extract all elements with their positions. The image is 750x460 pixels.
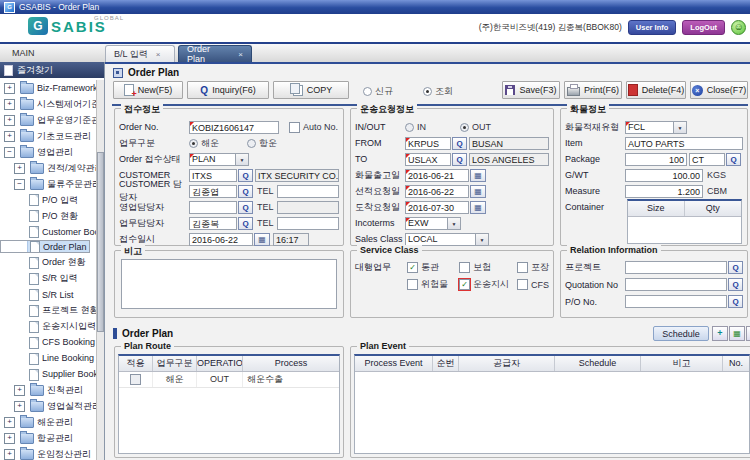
from-search-button[interactable]: Q bbox=[452, 137, 467, 150]
dropdown-icon[interactable]: ▼ bbox=[447, 218, 460, 229]
check-packing[interactable]: 포장 bbox=[517, 261, 549, 274]
sidebar-item-sea-mgmt[interactable]: +해운관리 bbox=[0, 415, 96, 431]
customer-manager-search-button[interactable]: Q bbox=[238, 185, 253, 198]
sidebar-item-biz-operation[interactable]: +업무운영기준관리 bbox=[0, 112, 96, 128]
auto-no-checkbox[interactable] bbox=[289, 122, 300, 133]
check-insurance[interactable]: 보험 bbox=[459, 261, 517, 274]
radio-view-mode[interactable]: 조회 bbox=[423, 85, 453, 98]
customer-search-button[interactable]: Q bbox=[238, 169, 253, 182]
sidebar-item-progress-mgmt[interactable]: +진척관리 bbox=[0, 383, 96, 399]
delete-row-button[interactable]: − bbox=[746, 326, 750, 341]
sidebar-item-line-booking[interactable]: Line Booking 입력 bbox=[0, 351, 96, 367]
sidebar-item-supplier-booking[interactable]: Supplier Booking 현황 bbox=[0, 367, 96, 383]
tab-bl-input[interactable]: B/L 입력 × bbox=[105, 45, 175, 62]
grid-edit-button[interactable]: ▦ bbox=[729, 326, 745, 341]
load-type-select[interactable]: FCL▼ bbox=[625, 121, 687, 134]
radio-icon[interactable] bbox=[423, 87, 432, 96]
cargo-out-date-input[interactable]: 2016-06-21 bbox=[405, 169, 469, 182]
tab-order-plan[interactable]: Order Plan × bbox=[178, 45, 252, 62]
receive-date-input[interactable]: 2016-06-22 bbox=[189, 233, 253, 246]
checkbox-icon[interactable]: ✓ bbox=[459, 279, 470, 290]
customer-code-input[interactable]: ITXS bbox=[189, 169, 237, 182]
sidebar-item-quote-contract[interactable]: +견적/계약관리 bbox=[0, 160, 96, 176]
radio-icon[interactable] bbox=[363, 87, 372, 96]
checkbox-icon[interactable] bbox=[407, 279, 418, 290]
expand-icon[interactable]: + bbox=[4, 417, 15, 428]
work-manager-input[interactable]: 김종복 bbox=[189, 217, 237, 230]
order-status-select[interactable]: PLAN▼ bbox=[189, 153, 249, 166]
radio-sea[interactable] bbox=[189, 139, 198, 148]
arrival-request-date-input[interactable]: 2016-07-30 bbox=[405, 201, 469, 214]
sidebar-item-sr-list[interactable]: S/R List bbox=[0, 287, 96, 303]
collapse-icon[interactable]: − bbox=[14, 179, 25, 190]
package-qty-input[interactable]: 100 bbox=[625, 153, 687, 166]
dropdown-icon[interactable]: ▼ bbox=[235, 154, 248, 165]
from-code-input[interactable]: KRPUS bbox=[405, 137, 451, 150]
expand-icon[interactable]: + bbox=[4, 83, 15, 94]
project-input[interactable] bbox=[625, 261, 727, 274]
check-customs[interactable]: ✓통관 bbox=[407, 261, 459, 274]
dropdown-icon[interactable]: ▼ bbox=[475, 234, 488, 245]
add-row-button[interactable]: + bbox=[712, 326, 728, 341]
order-no-input[interactable]: KOBIZ1606147 bbox=[189, 121, 279, 134]
check-dangerous[interactable]: 위험물 bbox=[407, 278, 459, 291]
package-unit-search-button[interactable]: Q bbox=[726, 153, 741, 166]
save-button[interactable]: Save(F3) bbox=[502, 81, 560, 99]
radio-in[interactable] bbox=[405, 123, 414, 132]
check-transport-order[interactable]: ✓운송지시 bbox=[459, 278, 517, 291]
customer-tel-input[interactable] bbox=[277, 185, 339, 198]
inquiry-button[interactable]: QInquiry(F6) bbox=[187, 81, 269, 99]
apply-checkbox[interactable] bbox=[130, 374, 141, 385]
sidebar-item-sales-result[interactable]: +영업실적관리 bbox=[0, 399, 96, 415]
po-search-button[interactable]: Q bbox=[728, 295, 743, 308]
sidebar-item-po-input[interactable]: P/O 입력 bbox=[0, 192, 96, 208]
calendar-button[interactable]: ▦ bbox=[470, 169, 486, 182]
project-search-button[interactable]: Q bbox=[728, 261, 743, 274]
print-button[interactable]: Print(F6) bbox=[564, 81, 622, 99]
close-button[interactable]: ×Close(F7) bbox=[690, 81, 748, 99]
checkbox-icon[interactable]: ✓ bbox=[407, 262, 418, 273]
expand-icon[interactable]: + bbox=[14, 401, 25, 412]
logout-button[interactable]: LogOut bbox=[682, 20, 725, 35]
collapse-icon[interactable]: − bbox=[4, 147, 15, 158]
sidebar-item-customer-booking[interactable]: Customer Booking bbox=[0, 224, 96, 240]
expand-icon[interactable]: + bbox=[4, 131, 15, 142]
calendar-button[interactable]: ▦ bbox=[254, 233, 270, 246]
sidebar-item-order-status[interactable]: Order 현황 bbox=[0, 255, 96, 271]
gross-weight-input[interactable]: 100.00 bbox=[625, 169, 703, 182]
quotation-no-input[interactable] bbox=[625, 278, 727, 291]
package-unit-input[interactable]: CT bbox=[689, 153, 725, 166]
expand-icon[interactable]: + bbox=[4, 99, 15, 110]
to-search-button[interactable]: Q bbox=[452, 153, 467, 166]
checkbox-icon[interactable] bbox=[459, 262, 470, 273]
quotation-search-button[interactable]: Q bbox=[728, 278, 743, 291]
expand-icon[interactable]: + bbox=[4, 449, 15, 460]
sidebar-item-sr-input[interactable]: S/R 입력 bbox=[0, 271, 96, 287]
new-button[interactable]: New(F5) bbox=[113, 81, 183, 99]
to-code-input[interactable]: USLAX bbox=[405, 153, 451, 166]
sidebar-item-system-control[interactable]: +시스템제어기준관리 bbox=[0, 96, 96, 112]
item-input[interactable]: AUTO PARTS bbox=[625, 137, 743, 150]
radio-new-mode[interactable]: 신규 bbox=[363, 85, 393, 98]
sidebar-scrollbar[interactable] bbox=[96, 80, 104, 460]
sales-manager-search-button[interactable]: Q bbox=[238, 201, 253, 214]
plan-route-row[interactable]: 해운 OUT 해운수출 bbox=[119, 372, 339, 388]
calendar-button[interactable]: ▦ bbox=[470, 201, 486, 214]
sidebar-item-order-plan[interactable]: Order Plan bbox=[0, 240, 90, 253]
sidebar-item-freight-settlement[interactable]: +운임정산관리 bbox=[0, 447, 96, 460]
expand-icon[interactable]: + bbox=[14, 385, 25, 396]
check-cfs[interactable]: CFS bbox=[517, 279, 549, 290]
close-tab-icon[interactable]: × bbox=[238, 50, 243, 59]
customer-manager-input[interactable]: 김종엽 bbox=[189, 185, 237, 198]
sidebar-item-cfs-booking[interactable]: CFS Booking 입력 bbox=[0, 335, 96, 351]
sidebar-item-sales-mgmt[interactable]: −영업관리 bbox=[0, 144, 96, 160]
expand-icon[interactable]: + bbox=[4, 115, 15, 126]
favorites-header[interactable]: 즐겨찾기 bbox=[0, 62, 104, 78]
dropdown-icon[interactable]: ▼ bbox=[673, 122, 686, 133]
sidebar-item-biz-framework[interactable]: +Biz-Framework bbox=[0, 80, 96, 96]
sales-class-select[interactable]: LOCAL▼ bbox=[405, 233, 489, 246]
copy-button[interactable]: COPY bbox=[273, 81, 349, 99]
work-tel-input[interactable] bbox=[277, 217, 339, 230]
checkbox-icon[interactable] bbox=[517, 279, 528, 290]
work-manager-search-button[interactable]: Q bbox=[238, 217, 253, 230]
